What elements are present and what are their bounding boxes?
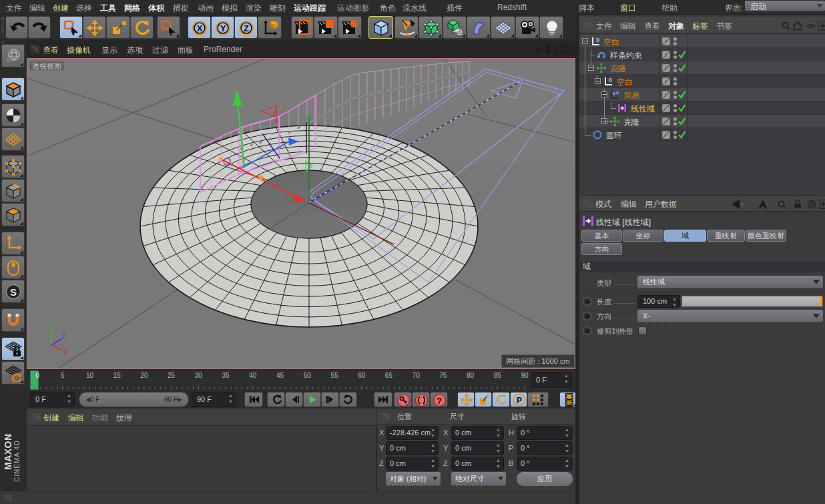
svg-text:Y: Y (49, 323, 53, 330)
svg-text:0: 0 (609, 77, 612, 83)
svg-text:Y: Y (220, 23, 226, 33)
svg-text:Z: Z (61, 332, 65, 340)
svg-text:P: P (517, 396, 522, 405)
svg-text:S: S (10, 286, 17, 298)
svg-text:0: 0 (596, 37, 599, 43)
svg-text:X: X (197, 23, 203, 33)
svg-text:X: X (63, 348, 68, 356)
svg-text:Z: Z (244, 23, 249, 33)
